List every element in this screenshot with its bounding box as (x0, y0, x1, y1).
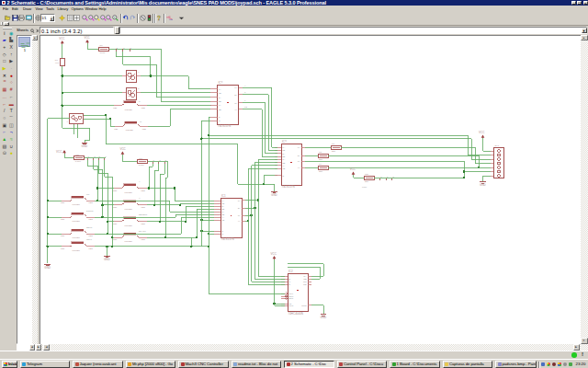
svg-text:1,00K: 1,00K (75, 160, 82, 163)
svg-text:4Y: 4Y (234, 109, 237, 111)
svg-text:GND: GND (271, 193, 278, 197)
svg-text:7: 7 (244, 91, 246, 94)
svg-text:2A: 2A (219, 97, 221, 99)
svg-text:4K7: 4K7 (55, 62, 60, 64)
svg-text:POWER: POWER (125, 208, 133, 210)
svg-text:2B: 2B (219, 100, 221, 103)
svg-text:4Y: 4Y (298, 167, 300, 169)
svg-text:IC1: IC1 (221, 194, 226, 198)
svg-text:DOWN: DOWN (86, 210, 94, 213)
svg-text:CLR: CLR (288, 305, 293, 307)
svg-text:POWER: POWER (73, 236, 81, 238)
svg-text:PB1: PB1 (113, 223, 118, 224)
svg-text:GND: GND (82, 144, 89, 148)
svg-text:Y: Y (139, 180, 141, 183)
svg-text:GND: GND (480, 183, 487, 187)
svg-text:330: 330 (365, 180, 369, 183)
svg-text:PB2: PB2 (141, 107, 146, 109)
svg-text:4: 4 (244, 85, 246, 87)
svg-text:PB1: PB1 (61, 235, 65, 236)
svg-text:3Y: 3Y (234, 102, 237, 105)
svg-text:PB1: PB1 (61, 201, 65, 203)
svg-text:3B: 3B (219, 109, 221, 111)
svg-text:VCC: VCC (84, 36, 90, 40)
svg-text:PB1: PB1 (61, 218, 65, 220)
svg-text:4R?: 4R? (75, 154, 80, 156)
svg-text:POWER: POWER (125, 224, 133, 226)
svg-text:330: 330 (319, 170, 323, 173)
svg-text:1Y: 1Y (234, 86, 237, 89)
svg-text:SV1: SV1 (495, 144, 500, 147)
svg-text:74HC4040N: 74HC4040N (288, 312, 304, 316)
svg-text:D: D (288, 283, 290, 286)
svg-text:74LS157N: 74LS157N (218, 124, 231, 128)
svg-text:PB1: PB1 (113, 238, 118, 240)
svg-text:330: 330 (319, 158, 323, 161)
svg-text:POWER: POWER (73, 220, 81, 222)
svg-text:POWER: POWER (125, 109, 133, 110)
svg-text:GND: GND (104, 258, 111, 261)
svg-text:4R?: 4R? (139, 157, 143, 160)
svg-text:PB2: PB2 (141, 206, 146, 208)
svg-text:3A: 3A (219, 104, 221, 107)
svg-text:4Y: 4Y (238, 220, 241, 223)
svg-text:PB1: PB1 (113, 190, 118, 191)
svg-text:PB2: PB2 (141, 223, 146, 224)
svg-text:4B: 4B (221, 219, 224, 222)
svg-text:QD: QD (303, 283, 307, 286)
svg-text:POWER: POWER (73, 249, 81, 251)
svg-text:P: P (139, 100, 141, 103)
svg-text:74LS157N: 74LS157N (282, 185, 295, 189)
svg-text:4B: 4B (282, 167, 285, 170)
svg-text:SELECT: SELECT (139, 213, 148, 216)
svg-text:1Y: 1Y (238, 200, 241, 202)
svg-text:VCC: VCC (271, 252, 277, 256)
svg-text:START: START (139, 230, 146, 233)
svg-text:74LS157N: 74LS157N (221, 237, 234, 241)
svg-text:9: 9 (244, 99, 246, 102)
svg-text:M: M (140, 121, 141, 123)
svg-text:PB1: PB1 (113, 206, 118, 208)
svg-text:IC?: IC? (219, 81, 223, 85)
svg-text:330: 330 (332, 150, 336, 153)
svg-text:POWER: POWER (126, 129, 134, 131)
svg-text:12: 12 (244, 106, 247, 109)
svg-text:1B: 1B (219, 92, 221, 95)
svg-text:100N: 100N (100, 52, 106, 54)
svg-text:PB2: PB2 (89, 235, 94, 236)
svg-text:1: 1 (138, 87, 140, 90)
svg-text:VCC: VCC (350, 167, 356, 171)
svg-text:3Y: 3Y (298, 160, 300, 163)
svg-text:X: X (67, 121, 69, 122)
svg-text:1A: 1A (219, 88, 221, 91)
svg-text:2Y: 2Y (298, 155, 300, 157)
svg-text:VCC: VCC (56, 150, 62, 154)
svg-text:G: G (219, 120, 220, 122)
svg-text:G: G (221, 233, 223, 236)
svg-text:R24: R24 (365, 173, 369, 176)
svg-text:VCC: VCC (479, 131, 485, 134)
svg-text:Link: Link (169, 18, 173, 20)
svg-text:PB2: PB2 (89, 218, 94, 220)
svg-text:VCC: VCC (59, 37, 65, 40)
svg-text:PB2: PB2 (89, 201, 94, 203)
svg-text:VCC: VCC (119, 147, 126, 151)
svg-text:1Y: 1Y (298, 146, 300, 149)
svg-text:UP: UP (86, 193, 90, 196)
svg-text:4: 4 (138, 71, 140, 74)
svg-text:2Y: 2Y (238, 207, 241, 210)
svg-text:7: 7 (105, 155, 107, 158)
svg-text:LEFT: LEFT (86, 238, 92, 241)
svg-text:1,00K: 1,00K (139, 164, 145, 167)
svg-text:PB2: PB2 (142, 128, 147, 130)
svg-text:PB1: PB1 (61, 247, 65, 249)
svg-text:PB2: PB2 (141, 238, 146, 240)
svg-text:PB1: PB1 (114, 128, 119, 130)
svg-text:IC?: IC? (282, 140, 287, 144)
svg-text:3Y: 3Y (238, 214, 241, 217)
svg-text:RCO: RCO (301, 305, 307, 307)
svg-text:POWER: POWER (73, 203, 81, 205)
svg-text:GND: GND (321, 316, 328, 319)
svg-text:PB2: PB2 (89, 247, 94, 249)
svg-text:?: ? (157, 15, 161, 21)
